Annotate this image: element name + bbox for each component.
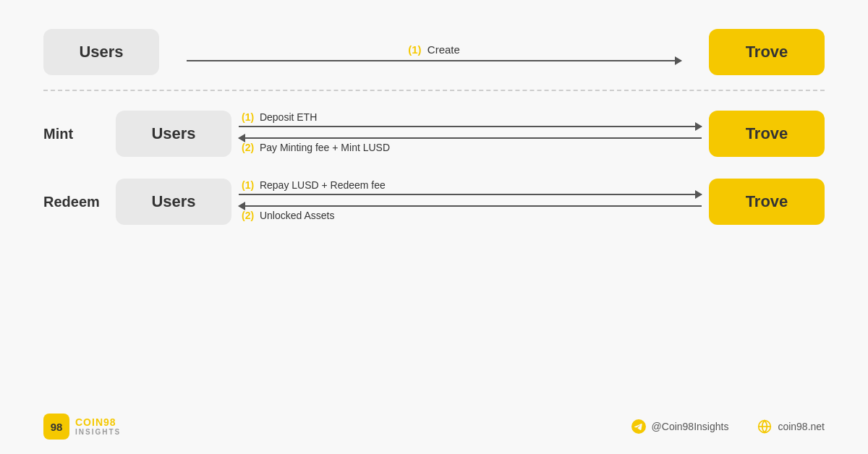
divider-1 (43, 90, 825, 91)
logo-badge-text: 98 (51, 421, 63, 433)
redeem-arrow1-text: Repay LUSD + Redeem fee (260, 179, 386, 191)
create-users-label: Users (79, 43, 123, 61)
mint-arrow-1: (1) Deposit ETH (239, 111, 702, 127)
redeem-arrow2-text: Unlocked Assets (260, 210, 335, 221)
create-section: Users (1) Create Trove (43, 22, 825, 90)
redeem-arrow-2: (2) Unlocked Assets (239, 205, 702, 224)
telegram-icon (631, 419, 646, 434)
redeem-arrows: (1) Repay LUSD + Redeem fee (2) Unlocked… (231, 176, 709, 227)
redeem-users-box: Users (116, 179, 231, 225)
telegram-link[interactable]: @Coin98Insights (631, 419, 729, 434)
redeem-arrow2-line (239, 205, 702, 207)
logo-text-group: COIN98 INSIGHTS (75, 417, 121, 436)
footer-links: @Coin98Insights coin98.net (631, 419, 825, 434)
redeem-trove-box: Trove (709, 179, 825, 225)
mint-section-label: Mint (43, 126, 116, 142)
redeem-arrow-1: (1) Repay LUSD + Redeem fee (239, 179, 702, 195)
mint-arrow1-text: Deposit ETH (260, 111, 317, 123)
website-link[interactable]: coin98.net (757, 419, 825, 434)
mint-arrow-2-label: (2) Pay Minting fee + Mint LUSD (239, 142, 390, 153)
create-users-box: Users (43, 29, 159, 75)
redeem-trove-label: Trove (746, 192, 788, 211)
mint-arrow-1-label: (1) Deposit ETH (239, 111, 317, 123)
mint-arrow2-num: (2) (242, 142, 254, 153)
redeem-users-label: Users (151, 192, 195, 211)
redeem-section: Redeem Users (1) Repay LUSD + Redeem fee… (43, 176, 825, 227)
footer: 98 COIN98 INSIGHTS @Coin98Insights c (43, 409, 825, 440)
redeem-section-label: Redeem (43, 194, 116, 210)
create-arrow-text: Create (427, 43, 460, 56)
brand-sub: INSIGHTS (75, 428, 121, 436)
mint-users-box: Users (116, 111, 231, 157)
mint-section: Mint Users (1) Deposit ETH (2) Pay (43, 108, 825, 159)
mint-arrow1-line (239, 126, 702, 127)
mint-arrows: (1) Deposit ETH (2) Pay Minting fee + Mi… (231, 108, 709, 159)
create-arrow-num: (1) (408, 43, 421, 56)
page-container: Users (1) Create Trove Mint Users (1) (0, 0, 868, 454)
create-arrow-line (187, 60, 681, 61)
redeem-flow: Users (1) Repay LUSD + Redeem fee (2) Un… (116, 176, 825, 227)
globe-icon (757, 419, 772, 434)
logo-badge: 98 (43, 414, 69, 440)
mint-users-label: Users (151, 124, 195, 143)
mint-arrow-2: (2) Pay Minting fee + Mint LUSD (239, 137, 702, 156)
redeem-arrow1-line (239, 194, 702, 195)
create-trove-box: Trove (709, 29, 825, 75)
redeem-arrow2-num: (2) (242, 210, 254, 221)
telegram-handle: @Coin98Insights (652, 421, 729, 432)
mint-trove-box: Trove (709, 111, 825, 157)
mint-arrow2-text: Pay Minting fee + Mint LUSD (260, 142, 390, 153)
brand-name: COIN98 (75, 417, 121, 428)
website-text: coin98.net (778, 421, 825, 432)
redeem-arrow-2-label: (2) Unlocked Assets (239, 210, 334, 221)
footer-logo: 98 COIN98 INSIGHTS (43, 414, 121, 440)
create-arrow-label: (1) Create (408, 43, 460, 56)
mint-arrow1-num: (1) (242, 111, 254, 123)
mint-trove-label: Trove (746, 124, 788, 143)
mint-arrow2-line (239, 137, 702, 139)
redeem-arrow1-num: (1) (242, 179, 254, 191)
redeem-arrow-1-label: (1) Repay LUSD + Redeem fee (239, 179, 386, 191)
create-arrow-area: (1) Create (159, 43, 709, 61)
create-trove-label: Trove (746, 43, 788, 61)
mint-flow: Users (1) Deposit ETH (2) Pay Minting fe… (116, 108, 825, 159)
